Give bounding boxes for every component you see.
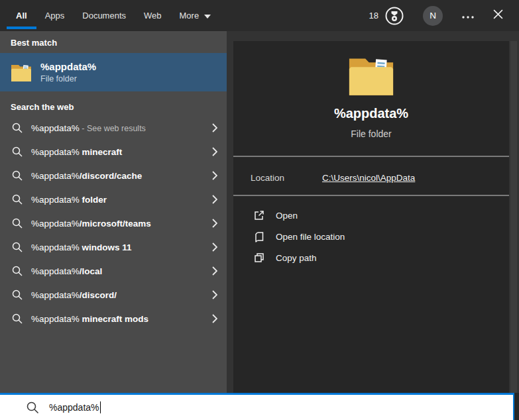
web-suggestion-8[interactable]: %appdata%/discord/ (0, 283, 227, 307)
topbar-actions: 18 N (369, 6, 503, 26)
results-panel: Best match %appdata% File folder (0, 31, 227, 393)
open-label: Open (276, 211, 298, 221)
open-file-location-action[interactable]: Open file location (233, 226, 509, 247)
web-suggestion-3[interactable]: %appdata%/discord/cache (0, 164, 227, 187)
chevron-right-icon[interactable] (212, 266, 217, 278)
folder-icon (11, 63, 32, 82)
avatar-initial: N (430, 11, 436, 21)
chevron-right-icon[interactable] (212, 314, 217, 326)
location-row: Location C:\Users\nicol\AppData (233, 170, 509, 189)
preview-subtitle: File folder (233, 129, 509, 139)
rewards-medal-icon[interactable] (384, 6, 404, 26)
filter-tabs: All Apps Documents Web More (16, 0, 211, 31)
tab-all-label: All (16, 11, 27, 21)
suggestion-text: %appdata%/discord/cache (31, 171, 142, 181)
search-icon (12, 170, 23, 181)
search-bar: %appdata% (0, 393, 519, 420)
web-suggestion-7[interactable]: %appdata%/local (0, 259, 227, 283)
web-suggestion-1[interactable]: %appdata% - See web results (0, 116, 227, 140)
search-icon (12, 266, 23, 276)
best-match-subtitle: File folder (40, 74, 96, 83)
suggestion-text: %appdata%/local (31, 266, 102, 276)
best-match-result[interactable]: %appdata% File folder (0, 53, 227, 91)
action-list: Open Open file location Copy path (233, 205, 509, 268)
search-icon (12, 313, 23, 324)
suggestion-text: %appdata% - See web results (31, 123, 146, 133)
preview-card: %appdata% File folder Location C:\Users\… (233, 41, 509, 393)
search-icon (12, 289, 23, 300)
suggestion-text: %appdata%/discord/ (31, 290, 117, 300)
search-icon (12, 123, 23, 133)
chevron-right-icon[interactable] (212, 290, 217, 302)
search-query-text: %appdata% (49, 402, 99, 413)
folder-icon (347, 54, 395, 97)
open-file-location-icon (253, 231, 265, 242)
search-icon (12, 146, 23, 157)
copy-path-label: Copy path (276, 253, 317, 263)
tab-all[interactable]: All (16, 0, 27, 31)
suggestion-text: %appdata%/microsoft/teams (31, 219, 151, 229)
suggestion-text: %appdata% minecraft (31, 147, 122, 157)
tab-documents[interactable]: Documents (82, 0, 126, 31)
tab-documents-label: Documents (82, 11, 126, 21)
suggestion-text: %appdata% minecraft mods (31, 314, 148, 324)
tab-web[interactable]: Web (144, 0, 162, 31)
chevron-down-icon (204, 11, 211, 21)
open-file-location-label: Open file location (276, 232, 345, 242)
preview-panel: %appdata% File folder Location C:\Users\… (227, 31, 519, 393)
chevron-right-icon[interactable] (212, 195, 217, 207)
search-icon (12, 194, 23, 205)
text-caret (100, 401, 101, 413)
best-match-text: %appdata% File folder (40, 61, 96, 83)
location-label: Location (251, 173, 284, 183)
open-action[interactable]: Open (233, 205, 509, 226)
suggestion-text: %appdata% windows 11 (31, 242, 132, 252)
scrollbar[interactable] (510, 41, 517, 393)
search-web-header: Search the web (0, 91, 227, 116)
more-options-icon[interactable] (461, 10, 475, 22)
best-match-header: Best match (0, 31, 227, 53)
copy-path-action[interactable]: Copy path (233, 247, 509, 268)
web-suggestion-9[interactable]: %appdata% minecraft mods (0, 307, 227, 331)
user-avatar[interactable]: N (423, 6, 443, 26)
open-icon (253, 209, 265, 221)
search-icon (27, 401, 39, 414)
search-input[interactable]: %appdata% (0, 393, 514, 420)
web-suggestion-6[interactable]: %appdata% windows 11 (0, 235, 227, 259)
search-filter-bar: All Apps Documents Web More 18 N (0, 0, 519, 31)
rewards-points: 18 (369, 11, 378, 21)
web-suggestion-5[interactable]: %appdata%/microsoft/teams (0, 211, 227, 235)
location-link[interactable]: C:\Users\nicol\AppData (322, 173, 415, 183)
best-match-title: %appdata% (40, 61, 96, 72)
divider (233, 156, 509, 157)
copy-icon (253, 252, 265, 264)
tab-more-label: More (180, 11, 200, 21)
search-icon (12, 242, 23, 252)
chevron-right-icon[interactable] (212, 242, 217, 254)
search-icon (12, 218, 23, 229)
preview-title: %appdata% (233, 106, 509, 121)
windows-search-flyout: All Apps Documents Web More 18 N (0, 0, 519, 420)
web-suggestion-2[interactable]: %appdata% minecraft (0, 140, 227, 164)
chevron-right-icon[interactable] (212, 147, 217, 159)
divider (233, 195, 509, 196)
tab-web-label: Web (144, 11, 162, 21)
tab-more[interactable]: More (180, 0, 211, 31)
web-suggestion-4[interactable]: %appdata% folder (0, 187, 227, 211)
tab-apps[interactable]: Apps (45, 0, 65, 31)
tab-apps-label: Apps (45, 11, 65, 21)
chevron-right-icon[interactable] (212, 123, 217, 135)
suggestion-text: %appdata% folder (31, 195, 107, 205)
close-icon[interactable] (493, 9, 503, 22)
chevron-right-icon[interactable] (212, 171, 217, 183)
chevron-right-icon[interactable] (212, 219, 217, 231)
